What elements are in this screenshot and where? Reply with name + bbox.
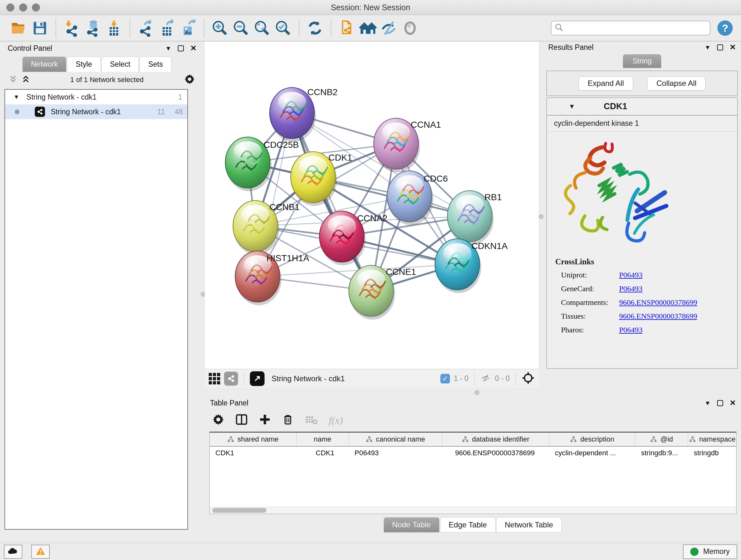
memory-button[interactable]: Memory bbox=[683, 544, 737, 559]
network-tree-child-row[interactable]: String Network - cdk1 11 48 bbox=[5, 105, 187, 119]
show-column-icon[interactable] bbox=[235, 413, 248, 428]
column-header-name[interactable]: name bbox=[296, 433, 349, 446]
export-image-icon[interactable] bbox=[179, 19, 197, 37]
compartments-link[interactable]: 9606.ENSP00000378699 bbox=[619, 298, 697, 307]
delete-column-icon[interactable] bbox=[281, 413, 294, 427]
show-all-icon[interactable] bbox=[401, 19, 419, 37]
import-network-database-icon[interactable] bbox=[84, 19, 102, 37]
results-panel-splitter[interactable] bbox=[539, 42, 543, 390]
create-column-icon[interactable] bbox=[259, 413, 271, 427]
open-session-icon[interactable] bbox=[10, 19, 28, 37]
panel-float-icon[interactable] bbox=[717, 400, 723, 406]
column-header-namespace[interactable]: namespace bbox=[688, 433, 736, 446]
network-node-CCNE1[interactable]: CCNE1 bbox=[349, 265, 416, 320]
network-node-CDK1[interactable]: CDK1 bbox=[291, 152, 352, 206]
edge-count: 48 bbox=[165, 108, 183, 116]
column-header-shared-name[interactable]: shared name bbox=[210, 433, 296, 446]
column-header-database-identifier[interactable]: database identifier bbox=[442, 433, 549, 446]
warnings-button[interactable] bbox=[31, 545, 50, 559]
network-selection-status: 1 of 1 Network selected bbox=[30, 76, 184, 84]
expand-all-button[interactable]: Expand All bbox=[579, 76, 633, 91]
scrollbar-thumb[interactable] bbox=[212, 508, 266, 513]
column-header-canonical-name[interactable]: canonical name bbox=[349, 433, 442, 446]
zoom-out-icon[interactable] bbox=[232, 19, 250, 37]
panel-close-icon[interactable]: ✕ bbox=[730, 399, 736, 407]
zoom-fit-icon[interactable] bbox=[253, 19, 271, 37]
import-table-file-icon[interactable] bbox=[105, 19, 123, 37]
table-settings-gear-icon[interactable] bbox=[212, 413, 225, 427]
panel-close-icon[interactable]: ✕ bbox=[730, 44, 736, 51]
separator bbox=[515, 372, 516, 386]
network-node-CDC25B[interactable]: CDC25B bbox=[225, 137, 299, 191]
help-icon[interactable]: ? bbox=[718, 20, 733, 36]
hide-selection-icon[interactable] bbox=[380, 19, 398, 37]
network-options-gear-icon[interactable] bbox=[184, 73, 195, 86]
network-node-CCNB1[interactable]: CCNB1 bbox=[233, 200, 300, 255]
tab-style[interactable]: Style bbox=[67, 57, 100, 72]
genecard-link[interactable]: P06493 bbox=[619, 285, 643, 293]
column-header-id[interactable]: @id bbox=[635, 433, 688, 446]
cell-canonical-name[interactable]: P06493 bbox=[349, 447, 442, 459]
tissues-link[interactable]: 9606.ENSP00000378699 bbox=[619, 312, 697, 320]
zoom-in-icon[interactable] bbox=[211, 19, 229, 37]
search-input[interactable] bbox=[563, 22, 706, 34]
new-network-from-selection-icon[interactable] bbox=[338, 19, 356, 37]
detach-view-icon[interactable] bbox=[250, 371, 265, 386]
network-node-RB1[interactable]: RB1 bbox=[448, 191, 502, 245]
panel-close-icon[interactable]: ✕ bbox=[190, 44, 197, 52]
cell-namespace[interactable]: stringdb bbox=[688, 447, 736, 459]
cell-name[interactable]: CDK1 bbox=[296, 447, 349, 459]
cloud-status-button[interactable] bbox=[4, 545, 22, 559]
collapse-all-button[interactable]: Collapse All bbox=[647, 76, 705, 91]
pharos-link[interactable]: P06493 bbox=[619, 326, 643, 334]
cell-database-identifier[interactable]: 9606.ENSP00000378699 bbox=[442, 447, 549, 459]
panel-menu-icon[interactable]: ▼ bbox=[704, 400, 711, 406]
tab-network-table[interactable]: Network Table bbox=[496, 517, 562, 533]
cell-shared-name[interactable]: CDK1 bbox=[210, 447, 296, 459]
node-label-CDC25B: CDC25B bbox=[264, 140, 299, 150]
cell-id[interactable]: stringdb:9... bbox=[635, 447, 688, 459]
network-overview-icon[interactable] bbox=[224, 372, 238, 386]
import-network-file-icon[interactable] bbox=[63, 19, 81, 37]
uniprot-link[interactable]: P06493 bbox=[619, 271, 643, 279]
table-panel-splitter[interactable] bbox=[205, 388, 741, 397]
expand-all-icon[interactable] bbox=[22, 75, 30, 85]
control-panel-splitter[interactable] bbox=[202, 42, 205, 543]
panel-float-icon[interactable] bbox=[717, 44, 723, 51]
network-node-CDKN1A[interactable]: CDKN1A bbox=[435, 239, 508, 293]
tab-edge-table[interactable]: Edge Table bbox=[440, 517, 495, 533]
zoom-selected-icon[interactable] bbox=[274, 19, 292, 37]
crosslink-label: Pharos: bbox=[561, 326, 619, 334]
column-header-description[interactable]: description bbox=[549, 433, 635, 446]
network-tree-root-row[interactable]: ▼ String Network - cdk1 1 bbox=[5, 90, 187, 105]
node-label-RB1: RB1 bbox=[484, 192, 502, 202]
cell-description[interactable]: cyclin-dependent ... bbox=[549, 447, 635, 459]
splitter-handle[interactable] bbox=[539, 214, 543, 219]
network-node-HIST1H1A[interactable]: HIST1H1A bbox=[235, 251, 309, 305]
collapse-gene-icon[interactable]: ▼ bbox=[569, 103, 575, 110]
tree-collapse-icon[interactable]: ▼ bbox=[13, 94, 19, 101]
network-node-CCNA1[interactable]: CCNA1 bbox=[374, 118, 441, 172]
export-table-icon[interactable] bbox=[158, 19, 176, 37]
panel-menu-icon[interactable]: ▼ bbox=[704, 44, 711, 51]
export-network-icon[interactable] bbox=[137, 19, 155, 37]
tab-sets[interactable]: Sets bbox=[139, 57, 172, 72]
tab-string[interactable]: String bbox=[623, 54, 661, 68]
table-horizontal-scrollbar[interactable] bbox=[210, 507, 736, 514]
refresh-icon[interactable] bbox=[306, 19, 324, 37]
gene-header[interactable]: ▼ CDK1 bbox=[547, 98, 737, 116]
network-canvas[interactable]: CCNB2CCNA1CDC25BCDK1CDC6RB1CCNB1CCNA2CDK… bbox=[205, 42, 539, 369]
tab-select[interactable]: Select bbox=[102, 57, 139, 72]
panel-menu-icon[interactable]: ▼ bbox=[165, 45, 172, 51]
splitter-handle[interactable] bbox=[475, 390, 479, 395]
grid-view-icon[interactable] bbox=[209, 373, 220, 384]
first-neighbors-icon[interactable] bbox=[359, 19, 377, 37]
save-session-icon[interactable] bbox=[31, 19, 49, 37]
tab-network[interactable]: Network bbox=[22, 57, 66, 72]
collapse-all-icon[interactable] bbox=[9, 75, 17, 85]
table-row[interactable]: CDK1 CDK1 P06493 9606.ENSP00000378699 cy… bbox=[210, 447, 736, 459]
birdseye-view-icon[interactable] bbox=[522, 371, 535, 386]
tab-node-table[interactable]: Node Table bbox=[384, 517, 440, 533]
panel-float-icon[interactable] bbox=[178, 45, 184, 51]
selected-items-checkbox[interactable]: ✓ bbox=[441, 374, 450, 383]
